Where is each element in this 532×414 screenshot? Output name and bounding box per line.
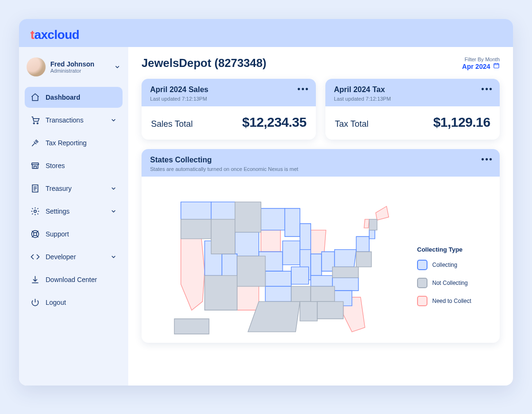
card-menu-button[interactable]: ••• xyxy=(481,155,493,165)
nav-label: Treasury xyxy=(46,185,72,192)
legend-need-to-collect: Need to Collect xyxy=(417,296,488,306)
card-updated: Last updated 7:12:13PM xyxy=(150,96,307,102)
nav-logout[interactable]: Logout xyxy=(25,292,123,313)
chevron-down-icon xyxy=(110,117,117,123)
legend-swatch-need-to-collect xyxy=(417,296,428,306)
nav-support[interactable]: Support xyxy=(25,224,123,245)
power-icon xyxy=(30,298,40,307)
chevron-down-icon xyxy=(114,64,121,70)
nav-dashboard[interactable]: Dashboard xyxy=(25,87,123,108)
card-subtitle: States are automatically turned on once … xyxy=(150,166,491,172)
filter-label: Filter By Month xyxy=(462,56,500,62)
user-name: Fred Johnson xyxy=(50,60,95,68)
card-title: April 2024 Sales xyxy=(150,85,307,94)
gavel-icon xyxy=(30,138,40,148)
home-icon xyxy=(30,93,40,102)
nav-label: Logout xyxy=(46,299,66,306)
nav-settings[interactable]: Settings xyxy=(25,201,123,222)
code-icon xyxy=(30,252,40,262)
user-role: Administrator xyxy=(50,68,95,74)
receipt-icon xyxy=(30,184,40,193)
tax-card: April 2024 Tax Last updated 7:12:13PM ••… xyxy=(325,79,500,140)
page-title: JewelsDepot (8273348) xyxy=(142,56,266,70)
nav-label: Developer xyxy=(46,253,76,261)
avatar xyxy=(27,57,46,76)
chevron-down-icon xyxy=(110,185,117,192)
filter-month-value: Apr 2024 xyxy=(462,63,490,70)
nav-treasury[interactable]: Treasury xyxy=(25,178,123,199)
svg-point-3 xyxy=(34,210,37,213)
legend-swatch-not-collecting xyxy=(417,278,428,288)
card-menu-button[interactable]: ••• xyxy=(297,85,309,94)
main-content: JewelsDepot (8273348) Filter By Month Ap… xyxy=(128,47,513,386)
nav-tax-reporting[interactable]: Tax Reporting xyxy=(25,132,123,153)
chevron-down-icon xyxy=(110,208,117,215)
brand-logo: taxcloud xyxy=(30,28,502,42)
month-filter[interactable]: Apr 2024 xyxy=(462,62,500,70)
states-card: States Collecting States are automatical… xyxy=(142,149,500,343)
card-title: States Collecting xyxy=(150,156,491,164)
map-legend: Collecting Type Collecting Not Collectin… xyxy=(417,246,488,314)
nav-label: Download Center xyxy=(46,276,97,283)
nav-label: Dashboard xyxy=(46,94,80,101)
cart-icon xyxy=(30,115,40,125)
kpi-value: $1,129.16 xyxy=(433,115,490,130)
card-title: April 2024 Tax xyxy=(334,85,491,94)
svg-point-0 xyxy=(33,122,35,124)
chevron-down-icon xyxy=(110,254,117,260)
nav-label: Settings xyxy=(46,207,70,215)
us-map[interactable] xyxy=(153,189,412,338)
calendar-icon xyxy=(493,62,500,70)
svg-point-5 xyxy=(34,233,37,236)
nav-label: Stores xyxy=(46,162,65,169)
nav-download-center[interactable]: Download Center xyxy=(25,269,123,290)
svg-rect-6 xyxy=(494,64,499,68)
card-menu-button[interactable]: ••• xyxy=(481,85,493,94)
lifebuoy-icon xyxy=(30,229,40,239)
legend-not-collecting: Not Collecting xyxy=(417,278,488,288)
sidebar: Fred Johnson Administrator Dashboard xyxy=(19,47,128,386)
nav-developer[interactable]: Developer xyxy=(25,246,123,267)
kpi-label: Tax Total xyxy=(335,119,369,129)
gear-icon xyxy=(30,207,40,216)
download-icon xyxy=(30,275,40,284)
nav-label: Tax Reporting xyxy=(46,139,86,147)
card-updated: Last updated 7:12:13PM xyxy=(334,96,491,102)
nav-transactions[interactable]: Transactions xyxy=(25,110,123,131)
sales-card: April 2024 Sales Last updated 7:12:13PM … xyxy=(142,79,316,140)
legend-title: Collecting Type xyxy=(417,246,488,253)
store-icon xyxy=(30,161,40,170)
nav-stores[interactable]: Stores xyxy=(25,155,123,176)
kpi-value: $12,234.35 xyxy=(242,115,306,130)
nav-label: Transactions xyxy=(46,116,84,124)
legend-swatch-collecting xyxy=(417,260,428,270)
top-bar: taxcloud xyxy=(19,19,513,47)
nav-label: Support xyxy=(46,230,69,238)
kpi-label: Sales Total xyxy=(151,119,193,129)
user-menu[interactable]: Fred Johnson Administrator xyxy=(25,55,123,85)
svg-point-1 xyxy=(37,122,38,124)
legend-collecting: Collecting xyxy=(417,260,488,270)
nav: Dashboard Transactions Tax Reporting xyxy=(25,87,123,313)
